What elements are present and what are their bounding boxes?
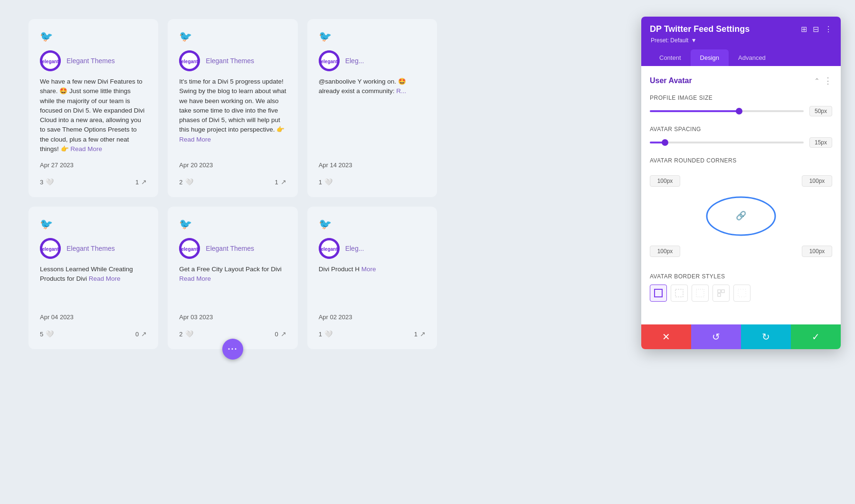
border-style-solid[interactable] bbox=[650, 285, 667, 302]
shares-1[interactable]: 1 ↗ bbox=[135, 178, 147, 186]
twitter-icon-2: 🐦 bbox=[179, 30, 286, 43]
border-styles-options bbox=[650, 285, 832, 302]
tab-design[interactable]: Design bbox=[691, 49, 729, 66]
tweet-date-2: Apr 20 2023 bbox=[179, 162, 286, 169]
avatar-2: elegant bbox=[179, 50, 200, 71]
likes-count-6: 1 bbox=[319, 331, 322, 338]
likes-count-4: 5 bbox=[40, 331, 43, 338]
tweet-footer-6: 1 🤍 1 ↗ bbox=[319, 326, 426, 338]
panel-body: User Avatar ⌃ ⋮ Profile Image Size 50px … bbox=[641, 66, 841, 349]
corner-bottom-left[interactable]: 100px bbox=[650, 246, 680, 257]
tweet-card-4: 🐦 elegant Elegant Themes Lessons Learned… bbox=[28, 207, 158, 349]
panel-split-icon[interactable]: ⊟ bbox=[813, 25, 819, 34]
tweet-card-3: 🐦 elegant Eleg... @sanboolive Y working … bbox=[307, 19, 437, 197]
tweet-footer-5: 2 🤍 0 ↗ bbox=[179, 326, 286, 338]
shares-6[interactable]: 1 ↗ bbox=[414, 330, 426, 338]
tweet-date-3: Apr 14 2023 bbox=[319, 162, 426, 169]
profile-image-size-value[interactable]: 50px bbox=[809, 106, 832, 116]
avatar-4: elegant bbox=[40, 238, 61, 259]
svg-text:elegant: elegant bbox=[181, 247, 199, 252]
heart-icon-5: 🤍 bbox=[185, 330, 193, 338]
tweet-author-1: elegant Elegant Themes bbox=[40, 50, 147, 71]
section-title: User Avatar bbox=[650, 76, 692, 85]
avatar-6: elegant bbox=[319, 238, 340, 259]
shares-count-4: 0 bbox=[135, 331, 139, 338]
read-more-link-6[interactable]: More bbox=[361, 266, 376, 273]
avatar-spacing-track bbox=[650, 142, 804, 143]
author-name-1: Elegant Themes bbox=[66, 57, 115, 65]
svg-rect-22 bbox=[696, 289, 704, 297]
delete-button[interactable]: ✕ bbox=[641, 324, 691, 349]
likes-2[interactable]: 2 🤍 bbox=[179, 178, 193, 186]
avatar-spacing-thumb[interactable] bbox=[662, 139, 668, 146]
twitter-icon-3: 🐦 bbox=[319, 30, 426, 43]
profile-image-size-label: Profile Image Size bbox=[650, 95, 832, 101]
shares-2[interactable]: 1 ↗ bbox=[275, 178, 286, 186]
undo-button[interactable]: ↺ bbox=[691, 324, 741, 349]
profile-image-size-thumb[interactable] bbox=[736, 108, 742, 114]
fab-button[interactable]: ··· bbox=[222, 339, 243, 360]
share-icon-4: ↗ bbox=[141, 330, 147, 338]
redo-button[interactable]: ↻ bbox=[741, 324, 791, 349]
likes-count-3: 1 bbox=[319, 179, 322, 186]
svg-text:🔗: 🔗 bbox=[736, 210, 747, 221]
svg-rect-25 bbox=[718, 294, 721, 296]
panel-more-icon[interactable]: ⋮ bbox=[825, 25, 832, 34]
border-none3-icon bbox=[716, 288, 726, 298]
tab-content[interactable]: Content bbox=[650, 49, 691, 66]
corners-bottom-row: 100px 100px bbox=[650, 246, 832, 257]
confirm-button[interactable]: ✓ bbox=[791, 324, 841, 349]
tweet-author-4: elegant Elegant Themes bbox=[40, 238, 147, 259]
read-more-link-1[interactable]: Read More bbox=[70, 145, 102, 152]
avatar-rounded-corners-row: Avatar Rounded Corners 100px 100px 🔗 100… bbox=[650, 157, 832, 264]
svg-rect-26 bbox=[738, 289, 746, 297]
svg-text:elegant: elegant bbox=[181, 59, 199, 64]
panel-expand-icon[interactable]: ⊞ bbox=[801, 25, 807, 34]
tweet-author-5: elegant Elegant Themes bbox=[179, 238, 286, 259]
section-collapse-btn[interactable]: ⌃ bbox=[814, 77, 820, 85]
heart-icon-2: 🤍 bbox=[185, 178, 193, 186]
corner-visual: 🔗 bbox=[703, 192, 779, 240]
corner-bottom-right[interactable]: 100px bbox=[802, 246, 832, 257]
border-style-none3[interactable] bbox=[712, 285, 730, 302]
share-icon-2: ↗ bbox=[281, 178, 286, 186]
read-more-link-5[interactable]: Read More bbox=[179, 275, 211, 282]
corner-top-left[interactable]: 100px bbox=[650, 175, 680, 187]
shares-5[interactable]: 0 ↗ bbox=[275, 330, 286, 338]
likes-4[interactable]: 5 🤍 bbox=[40, 330, 54, 338]
svg-rect-20 bbox=[655, 289, 662, 297]
border-style-none1[interactable] bbox=[671, 285, 688, 302]
section-options-btn[interactable]: ⋮ bbox=[824, 76, 832, 86]
panel-preset[interactable]: Preset: Default ▼ bbox=[650, 37, 832, 44]
likes-6[interactable]: 1 🤍 bbox=[319, 330, 332, 338]
shares-count-2: 1 bbox=[275, 179, 278, 186]
svg-rect-24 bbox=[722, 290, 724, 293]
twitter-icon-5: 🐦 bbox=[179, 218, 286, 230]
read-more-link-3[interactable]: R... bbox=[396, 87, 406, 95]
shares-4[interactable]: 0 ↗ bbox=[135, 330, 147, 338]
tab-advanced[interactable]: Advanced bbox=[729, 49, 775, 66]
avatar-spacing-value[interactable]: 15px bbox=[809, 137, 832, 148]
avatar-spacing-label: Avatar Spacing bbox=[650, 126, 832, 133]
tweet-footer-3: 1 🤍 bbox=[319, 174, 426, 186]
tweet-card-2: 🐦 elegant Elegant Themes It's time for a… bbox=[168, 19, 297, 197]
likes-1[interactable]: 3 🤍 bbox=[40, 178, 54, 186]
heart-icon-4: 🤍 bbox=[46, 330, 54, 338]
read-more-link-4[interactable]: Read More bbox=[89, 275, 121, 282]
confirm-icon: ✓ bbox=[812, 331, 820, 342]
profile-image-size-fill bbox=[650, 110, 739, 112]
svg-text:elegant: elegant bbox=[42, 59, 59, 64]
border-none2-icon bbox=[695, 288, 705, 298]
corner-top-right[interactable]: 100px bbox=[802, 175, 832, 187]
tweet-author-2: elegant Elegant Themes bbox=[179, 50, 286, 71]
likes-3[interactable]: 1 🤍 bbox=[319, 178, 332, 186]
border-style-none2[interactable] bbox=[692, 285, 709, 302]
border-style-none4[interactable] bbox=[733, 285, 750, 302]
read-more-link-2[interactable]: Read More bbox=[179, 136, 211, 143]
corners-widget: 100px 100px 🔗 100px 100px bbox=[650, 169, 832, 264]
avatar-5: elegant bbox=[179, 238, 200, 259]
share-icon-1: ↗ bbox=[141, 178, 147, 186]
likes-count-2: 2 bbox=[179, 179, 182, 186]
likes-5[interactable]: 2 🤍 bbox=[179, 330, 193, 338]
twitter-icon-4: 🐦 bbox=[40, 218, 147, 230]
